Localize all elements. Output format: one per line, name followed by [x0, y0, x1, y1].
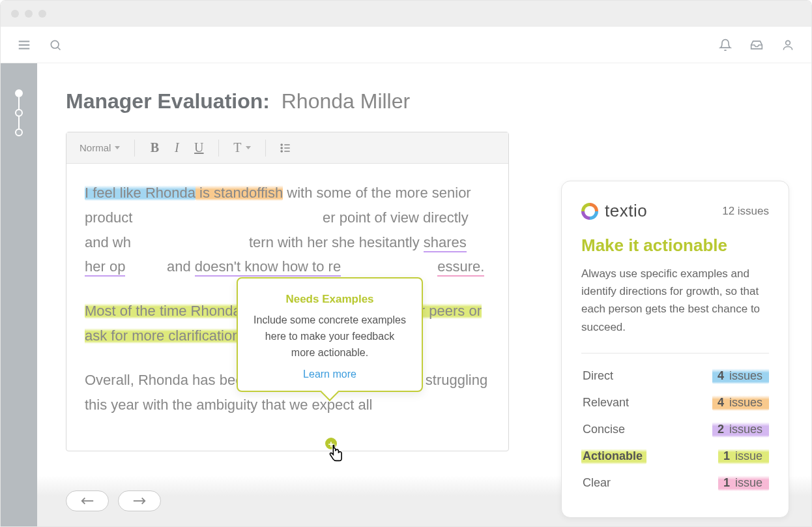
minimize-window-dot[interactable]: [25, 10, 33, 18]
title-name: Rhonda Miller: [282, 89, 410, 113]
card-description: Always use specific examples and identif…: [581, 265, 769, 336]
textio-ring-icon: [581, 203, 598, 220]
brand-name: textio: [605, 201, 647, 221]
step-dot-2[interactable]: [15, 109, 23, 117]
step-rail: [1, 63, 37, 526]
paragraph-style-dropdown[interactable]: Normal: [76, 142, 124, 153]
close-window-dot[interactable]: [11, 10, 19, 18]
issue-badge: 2issues: [712, 421, 769, 438]
step-dot-3[interactable]: [15, 128, 23, 136]
insights-card: textio 12 issues Make it actionable Alwa…: [561, 181, 789, 518]
issue-label: Direct: [581, 368, 617, 384]
tooltip-title: Needs Examples: [252, 293, 407, 306]
window-titlebar: [1, 1, 811, 27]
page-title: Manager Evaluation: Rhonda Miller: [66, 89, 785, 113]
svg-point-10: [281, 151, 282, 152]
issue-row-concise[interactable]: Concise2issues: [581, 421, 769, 438]
tooltip-body: Include some concrete examples here to m…: [252, 312, 407, 361]
svg-point-5: [786, 40, 790, 45]
issue-badge: 4issues: [712, 395, 769, 411]
svg-point-6: [281, 144, 282, 145]
paragraph-1: I feel like Rhonda is standoffish with s…: [85, 181, 490, 279]
highlight-direct[interactable]: I feel like Rhonda: [85, 185, 196, 201]
total-issues: 12 issues: [722, 205, 769, 218]
app-window: Manager Evaluation: Rhonda Miller Normal…: [0, 0, 812, 527]
next-button[interactable]: [118, 490, 161, 511]
title-prefix: Manager Evaluation: [66, 89, 263, 113]
chevron-down-icon: [115, 146, 120, 149]
underline-button[interactable]: U: [190, 139, 208, 157]
issue-row-relevant[interactable]: Relevant4issues: [581, 395, 769, 411]
issue-badge: 4issues: [712, 368, 769, 384]
highlight-relevant[interactable]: is standoffish: [196, 185, 283, 201]
user-icon[interactable]: [780, 37, 796, 53]
chevron-down-icon: [246, 146, 251, 149]
underline-clear[interactable]: essure.: [437, 258, 484, 277]
prev-button[interactable]: [66, 490, 109, 511]
issue-label: Clear: [581, 475, 615, 491]
editor-toolbar: Normal B I U T: [66, 132, 508, 164]
bell-icon[interactable]: [718, 37, 733, 53]
suggestion-tooltip: Needs Examples Include some concrete exa…: [237, 277, 423, 392]
top-nav: [1, 27, 811, 63]
brand-logo: textio: [581, 201, 647, 221]
step-connector: [18, 97, 20, 109]
issue-row-direct[interactable]: Direct4issues: [581, 368, 769, 384]
bold-button[interactable]: B: [145, 139, 164, 157]
svg-point-3: [51, 40, 59, 48]
bullet-list-button[interactable]: [276, 139, 295, 157]
issue-row-actionable[interactable]: Actionable1issue: [581, 448, 769, 464]
issue-label: Concise: [581, 421, 629, 438]
card-heading: Make it actionable: [581, 235, 769, 256]
card-header: textio 12 issues: [581, 201, 769, 221]
issue-row-clear[interactable]: Clear1issue: [581, 475, 769, 491]
cursor-pointer-icon: [327, 444, 345, 468]
text-format-dropdown[interactable]: T: [229, 140, 254, 155]
issue-label: Relevant: [581, 395, 633, 411]
step-connector: [18, 117, 20, 128]
zoom-window-dot[interactable]: [38, 10, 46, 18]
issue-label: Actionable: [581, 448, 646, 464]
search-icon[interactable]: [48, 37, 63, 53]
svg-point-8: [281, 147, 282, 149]
step-dot-1[interactable]: [15, 89, 23, 97]
svg-line-4: [58, 47, 61, 50]
hamburger-menu-icon[interactable]: [16, 37, 32, 53]
issue-badge: 1issue: [718, 448, 769, 464]
issue-badge: 1issue: [718, 475, 769, 491]
card-divider: [581, 353, 769, 354]
learn-more-link[interactable]: Learn more: [252, 369, 407, 380]
inbox-icon[interactable]: [749, 37, 764, 53]
issue-category-list: Direct4issuesRelevant4issuesConcise2issu…: [581, 368, 769, 491]
italic-button[interactable]: I: [167, 139, 186, 157]
underline-concise[interactable]: doesn't know how to re: [195, 258, 341, 277]
